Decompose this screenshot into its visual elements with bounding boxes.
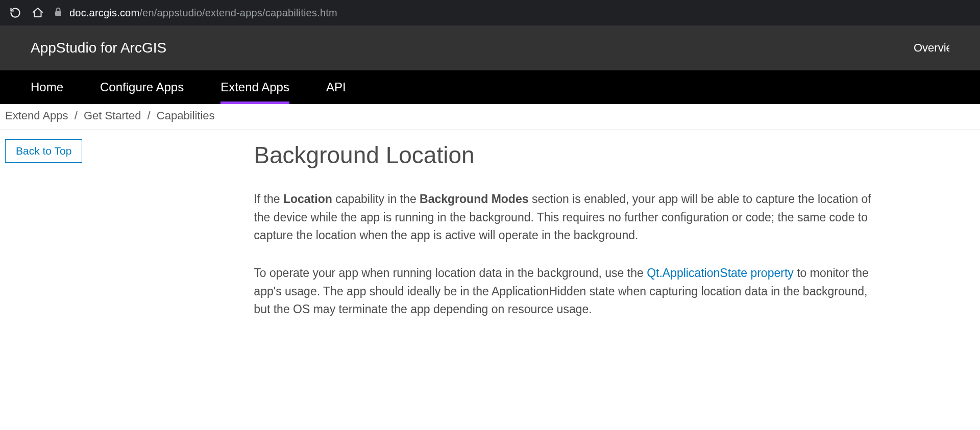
breadcrumb-item[interactable]: Get Started (84, 109, 141, 122)
nav-configure-apps[interactable]: Configure Apps (100, 70, 184, 104)
breadcrumb-bar: Extend Apps / Get Started / Capabilities (0, 104, 980, 130)
url-text: doc.arcgis.com/en/appstudio/extend-apps/… (69, 7, 337, 19)
sidebar: Back to Top (5, 139, 82, 338)
header-overview-link[interactable]: Overview (914, 41, 949, 55)
breadcrumb-separator: / (71, 109, 81, 122)
breadcrumb-item[interactable]: Extend Apps (5, 109, 68, 122)
back-to-top-button[interactable]: Back to Top (5, 139, 82, 163)
browser-toolbar: doc.arcgis.com/en/appstudio/extend-apps/… (0, 0, 980, 26)
lock-icon (54, 7, 62, 19)
paragraph: If the Location capability in the Backgr… (254, 190, 878, 245)
nav-api[interactable]: API (326, 70, 346, 104)
site-title[interactable]: AppStudio for ArcGIS (31, 40, 166, 56)
bold-text: Background Modes (420, 192, 528, 206)
breadcrumb: Extend Apps / Get Started / Capabilities (5, 109, 975, 122)
home-icon[interactable] (32, 7, 44, 19)
breadcrumb-separator: / (144, 109, 154, 122)
section-heading: Background Location (254, 141, 878, 169)
reload-icon[interactable] (9, 7, 21, 19)
content-area: Back to Top Background Location If the L… (0, 130, 980, 359)
primary-nav: Home Configure Apps Extend Apps API (0, 70, 980, 104)
address-bar[interactable]: doc.arcgis.com/en/appstudio/extend-apps/… (54, 7, 337, 19)
main-content: Background Location If the Location capa… (103, 139, 878, 338)
paragraph: To operate your app when running locatio… (254, 264, 878, 319)
nav-extend-apps[interactable]: Extend Apps (220, 70, 289, 104)
bold-text: Location (283, 192, 332, 206)
site-header: AppStudio for ArcGIS Overview (0, 26, 980, 70)
breadcrumb-item: Capabilities (157, 109, 215, 122)
qt-applicationstate-link[interactable]: Qt.ApplicationState property (647, 266, 794, 280)
nav-home[interactable]: Home (31, 70, 63, 104)
svg-rect-0 (55, 11, 61, 16)
